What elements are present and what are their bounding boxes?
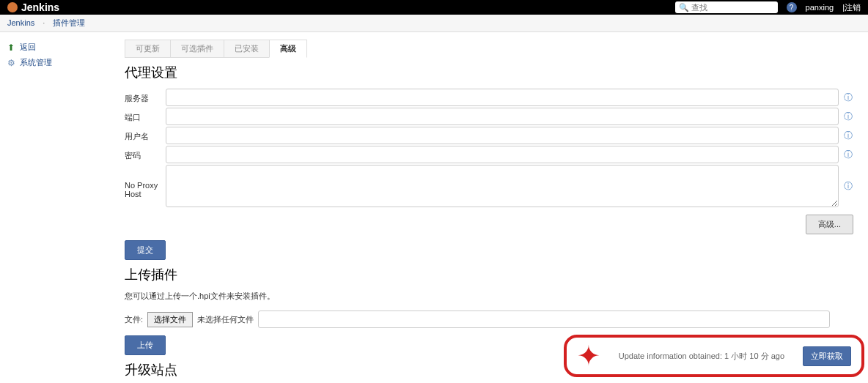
breadcrumb: Jenkins · 插件管理 — [0, 15, 868, 32]
logout-link[interactable]: |注销 — [842, 2, 861, 13]
jenkins-logo-icon — [7, 2, 18, 12]
input-password[interactable] — [166, 146, 839, 163]
help-icon[interactable]: ⓘ — [843, 130, 853, 141]
upload-subtitle: 您可以通过上传一个.hpi文件来安装插件。 — [125, 291, 853, 302]
sidebar-item-manage[interactable]: ⚙ 系统管理 — [6, 55, 125, 70]
footer-bar: ✦ Update information obtained: 1 小时 10 分… — [564, 335, 864, 377]
search-input[interactable] — [691, 3, 774, 12]
breadcrumb-item-plugin[interactable]: 插件管理 — [53, 18, 85, 27]
label-password: 密码 — [125, 146, 166, 161]
proxy-submit-button[interactable]: 提交 — [125, 240, 166, 260]
tab-available[interactable]: 可选插件 — [170, 40, 224, 58]
brand-name: Jenkins — [21, 1, 59, 13]
input-server[interactable] — [166, 89, 839, 106]
help-icon[interactable]: ⓘ — [843, 181, 853, 191]
label-noproxy: No Proxy Host — [125, 165, 166, 198]
form-row-noproxy: No Proxy Host ⓘ — [125, 165, 853, 207]
help-icon[interactable]: ? — [787, 2, 797, 12]
update-info-text: Update information obtained: 1 小时 10 分 a… — [619, 351, 784, 362]
sidebar: ⬆ 返回 ⚙ 系统管理 — [0, 32, 125, 383]
search-box[interactable]: 🔍 — [675, 1, 778, 13]
upload-section-title: 上传插件 — [125, 266, 853, 283]
form-row-server: 服务器 ⓘ — [125, 89, 853, 106]
label-port: 端口 — [125, 108, 166, 123]
header-right: 🔍 ? panxing |注销 — [675, 1, 861, 13]
label-server: 服务器 — [125, 89, 166, 104]
gear-icon: ⚙ — [6, 58, 16, 68]
file-label: 文件: — [125, 314, 143, 325]
check-now-button[interactable]: 立即获取 — [803, 346, 851, 366]
proxy-section-title: 代理设置 — [125, 64, 853, 81]
user-link[interactable]: panxing — [806, 3, 834, 12]
help-icon[interactable]: ⓘ — [843, 92, 853, 103]
help-icon[interactable]: ⓘ — [843, 149, 853, 160]
form-row-password: 密码 ⓘ — [125, 146, 853, 163]
tab-advanced[interactable]: 高级 — [269, 40, 307, 58]
search-icon: 🔍 — [679, 3, 689, 12]
file-combo-box[interactable] — [258, 311, 830, 328]
tab-installed[interactable]: 已安装 — [224, 40, 270, 58]
top-header: Jenkins 🔍 ? panxing |注销 — [0, 0, 868, 15]
help-icon[interactable]: ⓘ — [843, 111, 853, 122]
no-file-text: 未选择任何文件 — [197, 314, 254, 325]
file-row: 文件: 选择文件 未选择任何文件 — [125, 311, 853, 328]
advanced-button[interactable]: 高级... — [806, 215, 853, 234]
star-annotation-icon: ✦ — [577, 342, 600, 370]
input-user[interactable] — [166, 127, 839, 144]
sidebar-item-label: 系统管理 — [20, 57, 52, 68]
breadcrumb-separator: · — [43, 18, 45, 27]
sidebar-item-label: 返回 — [20, 42, 36, 53]
input-port[interactable] — [166, 108, 839, 125]
footer-highlighted-box: ✦ Update information obtained: 1 小时 10 分… — [564, 335, 864, 377]
tab-updatable[interactable]: 可更新 — [125, 40, 171, 58]
back-arrow-icon: ⬆ — [6, 42, 16, 53]
header-left: Jenkins — [7, 1, 59, 13]
form-row-port: 端口 ⓘ — [125, 108, 853, 125]
breadcrumb-item-jenkins[interactable]: Jenkins — [7, 18, 34, 27]
upload-button[interactable]: 上传 — [125, 335, 166, 355]
input-noproxy[interactable] — [166, 165, 839, 207]
sidebar-item-back[interactable]: ⬆ 返回 — [6, 40, 125, 55]
content: 可更新 可选插件 已安装 高级 代理设置 服务器 ⓘ 端口 ⓘ 用户名 ⓘ 密码… — [125, 32, 868, 383]
form-row-user: 用户名 ⓘ — [125, 127, 853, 144]
main-layout: ⬆ 返回 ⚙ 系统管理 可更新 可选插件 已安装 高级 代理设置 服务器 ⓘ 端… — [0, 32, 868, 383]
label-user: 用户名 — [125, 127, 166, 142]
advanced-btn-row: 高级... — [125, 215, 853, 234]
tabs: 可更新 可选插件 已安装 高级 — [125, 40, 853, 58]
choose-file-button[interactable]: 选择文件 — [147, 312, 193, 327]
